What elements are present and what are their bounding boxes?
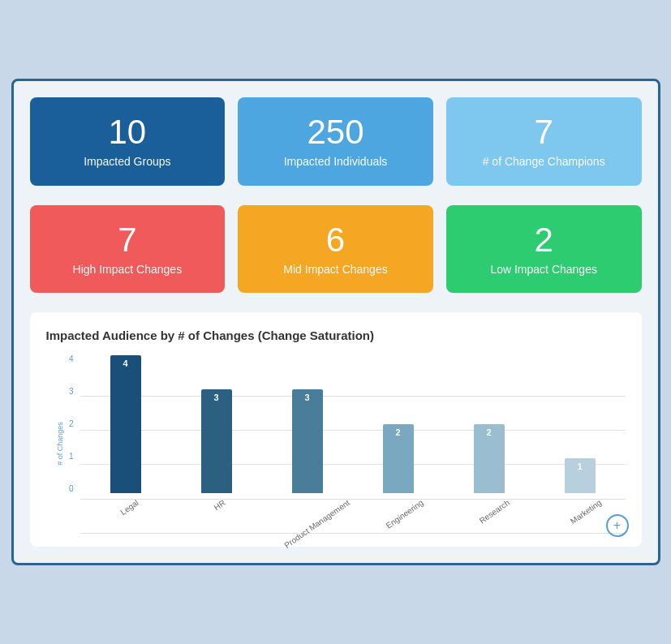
impacted-groups-label: Impacted Groups <box>84 154 170 169</box>
change-champions-card: 7 # of Change Champions <box>446 97 642 185</box>
x-label-engineering: Engineering <box>384 498 424 530</box>
impacted-groups-card: 10 Impacted Groups <box>30 97 226 185</box>
high-impact-label: High Impact Changes <box>73 262 183 277</box>
x-labels-row: LegalHRProduct ManagementEngineeringRese… <box>80 495 626 534</box>
low-impact-number: 2 <box>535 221 553 259</box>
bar-rect-1: 3 <box>201 389 232 493</box>
x-label-marketing: Marketing <box>568 498 602 526</box>
y-label-4: 4 <box>46 355 77 363</box>
high-impact-card: 7 High Impact Changes <box>30 205 226 293</box>
x-label-research: Research <box>478 498 511 526</box>
impacted-individuals-label: Impacted Individuals <box>284 154 388 169</box>
mid-impact-number: 6 <box>326 221 345 259</box>
mid-impact-card: 6 Mid Impact Changes <box>238 205 433 293</box>
bars-row: 433221 <box>80 355 626 493</box>
bar-rect-0: 4 <box>110 355 141 493</box>
bar-col-engineering: 2 <box>353 355 444 493</box>
y-label-0: 0 <box>46 485 77 493</box>
bottom-cards-row: 7 High Impact Changes 6 Mid Impact Chang… <box>30 205 642 293</box>
y-label-3: 3 <box>46 388 77 396</box>
bar-col-product-management: 3 <box>262 355 353 493</box>
bar-rect-2: 3 <box>292 389 323 493</box>
x-label-col-5: Marketing <box>535 495 626 507</box>
y-label-2: 2 <box>46 420 77 428</box>
x-label-col-3: Engineering <box>353 495 444 507</box>
bar-col-research: 2 <box>444 355 535 493</box>
x-label-col-1: HR <box>171 495 262 507</box>
bar-rect-5: 1 <box>565 458 596 493</box>
bar-col-hr: 3 <box>171 355 262 493</box>
low-impact-card: 2 Low Impact Changes <box>446 205 642 293</box>
change-champions-number: 7 <box>535 114 553 151</box>
chart-container: Impacted Audience by # of Changes (Chang… <box>30 312 642 547</box>
change-champions-label: # of Change Champions <box>483 154 605 169</box>
low-impact-label: Low Impact Changes <box>490 262 597 277</box>
dashboard: 10 Impacted Groups 250 Impacted Individu… <box>11 79 660 565</box>
x-label-legal: Legal <box>119 498 140 517</box>
zoom-icon[interactable]: + <box>606 514 629 537</box>
bar-rect-4: 2 <box>474 424 505 493</box>
zoom-plus: + <box>613 518 621 533</box>
y-label-1: 1 <box>46 453 77 461</box>
y-labels: 4 3 2 1 0 <box>46 355 77 493</box>
chart-title: Impacted Audience by # of Changes (Chang… <box>46 328 626 342</box>
high-impact-number: 7 <box>118 221 136 259</box>
impacted-individuals-card: 250 Impacted Individuals <box>238 97 433 185</box>
x-label-col-2: Product Management <box>262 495 353 507</box>
x-label-hr: HR <box>213 498 227 512</box>
impacted-individuals-number: 250 <box>307 114 363 151</box>
x-label-product-management: Product Management <box>282 498 351 550</box>
top-cards-row: 10 Impacted Groups 250 Impacted Individu… <box>30 97 642 185</box>
x-label-col-4: Research <box>444 495 535 507</box>
mid-impact-label: Mid Impact Changes <box>283 262 387 277</box>
x-label-col-0: Legal <box>80 495 171 507</box>
bar-rect-3: 2 <box>383 424 414 493</box>
bar-col-legal: 4 <box>80 355 171 493</box>
impacted-groups-number: 10 <box>108 114 146 151</box>
chart-inner: # of Changes 4 3 2 1 0 433221 <box>46 355 626 534</box>
bar-col-marketing: 1 <box>535 355 626 493</box>
